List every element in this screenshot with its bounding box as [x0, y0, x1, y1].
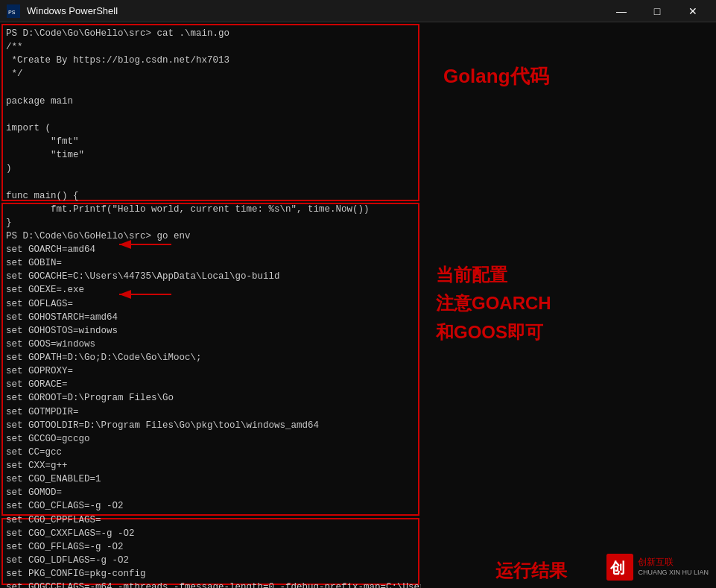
- window-title: Windows PowerShell: [27, 5, 604, 16]
- logo-icon: 创: [606, 554, 633, 581]
- svg-text:创: 创: [609, 560, 625, 576]
- svg-text:PS: PS: [8, 9, 16, 16]
- terminal-content: PS D:\Code\Go\GoHello\src> cat .\main.go…: [6, 27, 415, 588]
- terminal-lines: PS D:\Code\Go\GoHello\src> cat .\main.go…: [6, 27, 415, 588]
- window-controls: — □ ✕: [604, 0, 710, 22]
- result-annotation: 运行结果: [495, 559, 567, 583]
- close-button[interactable]: ✕: [676, 0, 710, 22]
- config-annotation: 当前配置 注意GOARCH 和GOOS即可: [436, 261, 551, 347]
- main-content: PS D:\Code\Go\GoHello\src> cat .\main.go…: [0, 22, 716, 588]
- goos-arrow: [115, 288, 175, 301]
- logo-text: 创新互联 CHUANG XIN HU LIAN: [638, 557, 709, 577]
- golang-annotation: Golang代码: [443, 63, 549, 89]
- goarch-arrow: [115, 238, 175, 251]
- right-panel: Golang代码 当前配置 注意GOARCH 和GOOS即可 运行结果 创 创新…: [421, 22, 716, 588]
- logo: 创 创新互联 CHUANG XIN HU LIAN: [606, 554, 709, 581]
- terminal-panel[interactable]: PS D:\Code\Go\GoHello\src> cat .\main.go…: [0, 22, 421, 588]
- maximize-button[interactable]: □: [640, 0, 674, 22]
- title-bar: PS Windows PowerShell — □ ✕: [0, 0, 716, 22]
- app-icon: PS: [6, 4, 21, 19]
- minimize-button[interactable]: —: [604, 0, 639, 22]
